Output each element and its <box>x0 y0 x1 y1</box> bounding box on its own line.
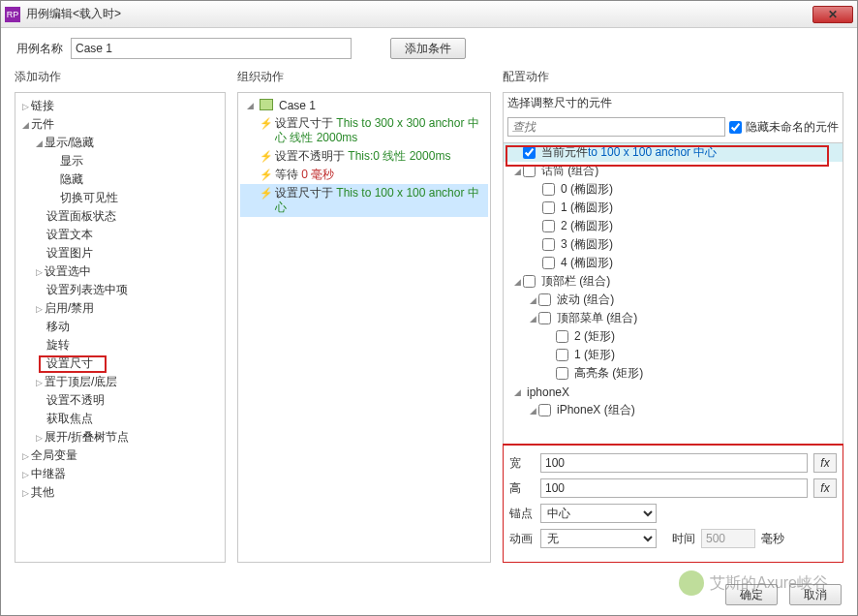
close-icon: ✕ <box>828 8 838 21</box>
wt-r2[interactable]: 2 (矩形) <box>504 327 843 346</box>
tree-settext[interactable]: 设置文本 <box>17 226 223 244</box>
tree-setselected[interactable]: ▷设置选中 <box>17 262 223 281</box>
chevron-down-icon: ◢ <box>527 314 538 323</box>
time-label: 时间 <box>672 531 695 547</box>
actions-tree[interactable]: ▷链接 ◢元件 ◢显示/隐藏 显示 隐藏 切换可见性 设置面板状态 设置文本 设… <box>15 92 226 563</box>
bolt-icon: ⚡ <box>260 169 271 181</box>
wt-wave[interactable]: ◢波动 (组合) <box>504 291 843 309</box>
width-fx-button[interactable]: fx <box>813 453 837 473</box>
widget-tree[interactable]: 当前元件 to 100 x 100 anchor 中心 ◢话筒 (组合) 0 (… <box>503 142 843 446</box>
chevron-down-icon: ◢ <box>33 139 45 148</box>
anchor-label: 锚点 <box>509 506 535 522</box>
action-row[interactable]: ⚡设置尺寸于 This to 100 x 100 anchor 中心 <box>240 184 488 217</box>
chevron-down-icon: ◢ <box>511 387 523 397</box>
wt-e0[interactable]: 0 (椭圆形) <box>504 180 843 199</box>
bolt-icon: ⚡ <box>260 117 271 130</box>
tree-rotate[interactable]: 旋转 <box>17 336 223 354</box>
tree-opacity[interactable]: 设置不透明 <box>17 391 223 410</box>
tree-setsize[interactable]: 设置尺寸 <box>17 354 223 373</box>
chevron-right-icon: ▷ <box>19 470 31 479</box>
height-input[interactable] <box>540 478 808 498</box>
case-row[interactable]: ◢Case 1 <box>240 97 488 114</box>
select-widget-label: 选择调整尺寸的元件 <box>507 95 839 111</box>
current-widget-checkbox[interactable] <box>523 146 536 159</box>
wt-e3[interactable]: 3 (椭圆形) <box>504 235 843 254</box>
hide-unnamed-label: 隐藏未命名的元件 <box>746 119 839 136</box>
wechat-icon <box>679 570 704 596</box>
right-header: 配置动作 <box>503 69 843 88</box>
app-icon: RP <box>5 7 20 22</box>
ms-label: 毫秒 <box>761 531 784 547</box>
tree-hide[interactable]: 隐藏 <box>17 170 223 189</box>
tree-links[interactable]: ▷链接 <box>17 97 223 115</box>
tree-globalvar[interactable]: ▷全局变量 <box>17 447 223 465</box>
wt-e1[interactable]: 1 (椭圆形) <box>504 199 843 217</box>
case-editor-dialog: RP 用例编辑<载入时> ✕ 用例名称 添加条件 添加动作 ▷链接 ◢元件 ◢显… <box>0 0 858 616</box>
width-input[interactable] <box>540 453 808 473</box>
chevron-right-icon: ▷ <box>33 433 45 443</box>
wt-iphone[interactable]: ◢iphoneX <box>504 383 843 401</box>
case-name-input[interactable] <box>71 38 352 59</box>
chevron-right-icon: ▷ <box>33 267 45 277</box>
chevron-down-icon: ◢ <box>527 295 538 305</box>
titlebar[interactable]: RP 用例编辑<载入时> ✕ <box>1 1 857 28</box>
tree-bringfront[interactable]: ▷置于顶层/底层 <box>17 373 223 391</box>
case-icon <box>260 99 273 110</box>
wt-r1[interactable]: 1 (矩形) <box>504 346 843 364</box>
window-title: 用例编辑<载入时> <box>26 6 812 22</box>
tree-repeater[interactable]: ▷中继器 <box>17 465 223 483</box>
tree-expandtree[interactable]: ▷展开/折叠树节点 <box>17 428 223 447</box>
tree-showhide[interactable]: ◢显示/隐藏 <box>17 134 223 152</box>
anim-select[interactable]: 无 <box>540 529 657 548</box>
wt-topmenu[interactable]: ◢顶部菜单 (组合) <box>504 309 843 327</box>
mid-header: 组织动作 <box>237 69 491 88</box>
anim-label: 动画 <box>509 531 535 547</box>
add-condition-button[interactable]: 添加条件 <box>390 38 466 59</box>
bolt-icon: ⚡ <box>260 150 271 163</box>
tree-focus[interactable]: 获取焦点 <box>17 410 223 428</box>
current-widget-row[interactable]: 当前元件 to 100 x 100 anchor 中心 <box>504 143 843 162</box>
case-name-label: 用例名称 <box>16 41 63 57</box>
wt-topbar[interactable]: ◢顶部栏 (组合) <box>504 272 843 291</box>
chevron-down-icon: ◢ <box>19 120 31 130</box>
chevron-right-icon: ▷ <box>19 451 31 461</box>
height-label: 高 <box>509 480 535 497</box>
tree-enabledisable[interactable]: ▷启用/禁用 <box>17 299 223 318</box>
height-fx-button[interactable]: fx <box>813 478 837 498</box>
tree-move[interactable]: 移动 <box>17 318 223 336</box>
tree-selectedlist[interactable]: 设置列表选中项 <box>17 281 223 299</box>
search-input[interactable] <box>507 117 725 137</box>
tree-setimage[interactable]: 设置图片 <box>17 244 223 262</box>
chevron-right-icon: ▷ <box>33 378 45 387</box>
cancel-button[interactable]: 取消 <box>789 584 842 605</box>
ok-button[interactable]: 确定 <box>725 584 778 605</box>
tree-panelstate[interactable]: 设置面板状态 <box>17 207 223 226</box>
chevron-right-icon: ▷ <box>19 488 31 498</box>
anchor-select[interactable]: 中心 <box>540 504 657 523</box>
chevron-down-icon: ◢ <box>244 101 256 110</box>
tree-togglevis[interactable]: 切换可见性 <box>17 189 223 207</box>
close-button[interactable]: ✕ <box>812 6 853 23</box>
left-header: 添加动作 <box>15 69 226 88</box>
wt-e2[interactable]: 2 (椭圆形) <box>504 217 843 235</box>
wt-iphonex[interactable]: ◢iPhoneX (组合) <box>504 401 843 419</box>
chevron-down-icon: ◢ <box>511 167 523 176</box>
chevron-right-icon: ▷ <box>33 304 45 314</box>
wt-huatong[interactable]: ◢话筒 (组合) <box>504 162 843 180</box>
hide-unnamed-checkbox[interactable] <box>729 121 742 134</box>
tree-other[interactable]: ▷其他 <box>17 483 223 502</box>
wt-hl[interactable]: 高亮条 (矩形) <box>504 364 843 383</box>
chevron-down-icon: ◢ <box>527 406 538 416</box>
tree-show[interactable]: 显示 <box>17 152 223 170</box>
action-row[interactable]: ⚡等待 0 毫秒 <box>240 166 488 184</box>
chevron-right-icon: ▷ <box>19 102 31 111</box>
chevron-down-icon: ◢ <box>511 277 523 287</box>
width-label: 宽 <box>509 455 535 472</box>
action-row[interactable]: ⚡设置不透明于 This:0 线性 2000ms <box>240 147 488 166</box>
organize-actions[interactable]: ◢Case 1 ⚡设置尺寸于 This to 300 x 300 anchor … <box>237 92 491 563</box>
config-panel: 宽 fx 高 fx 锚点 中心 动画 无 时间 <box>503 446 843 563</box>
time-input[interactable] <box>701 529 755 548</box>
action-row[interactable]: ⚡设置尺寸于 This to 300 x 300 anchor 中心 线性 20… <box>240 114 488 147</box>
wt-e4[interactable]: 4 (椭圆形) <box>504 254 843 272</box>
tree-widgets[interactable]: ◢元件 <box>17 115 223 134</box>
